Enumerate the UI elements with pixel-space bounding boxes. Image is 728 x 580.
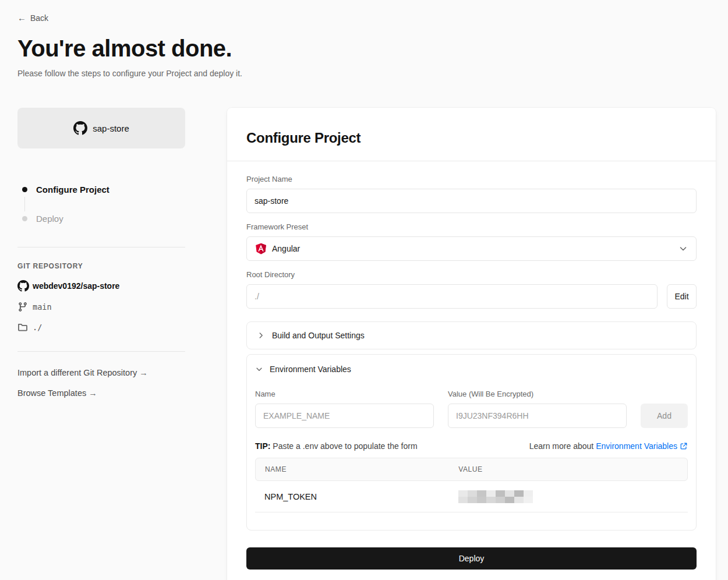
git-repo-row: webdev0192/sap-store [17,280,185,292]
github-icon [17,280,29,292]
project-name-input[interactable] [246,189,697,213]
import-different-repo-link[interactable]: Import a different Git Repository → [17,368,185,377]
selected-repo-name: sap-store [93,123,129,133]
git-repository-heading: GIT REPOSITORY [17,262,185,270]
tip-bold: TIP: [255,441,270,451]
redacted-value [458,490,688,503]
selected-repo-card[interactable]: sap-store [17,108,185,148]
chevron-right-icon [257,331,265,339]
onboarding-page: ← Back You're almost done. Please follow… [0,0,728,580]
link-label: Browse Templates [17,388,86,398]
build-output-settings-panel[interactable]: Build and Output Settings [246,321,697,349]
step-label: Deploy [36,214,63,224]
link-label: Import a different Git Repository [17,368,137,377]
page-title: You're almost done. [17,36,716,62]
back-button[interactable]: ← Back [17,13,48,23]
tip-rest: Paste a .env above to populate the form [270,441,417,451]
external-link-icon [680,442,688,450]
sidebar: sap-store Configure Project Deploy GIT R… [17,108,185,398]
card-title: Configure Project [246,130,697,146]
step-inactive-dot [22,216,27,221]
page-subtitle: Please follow the steps to configure you… [17,69,716,78]
step-deploy: Deploy [22,214,185,224]
link-text: Environment Variables [596,441,677,451]
root-directory-label: Root Directory [246,270,697,279]
back-arrow-icon: ← [17,13,26,23]
learn-more: Learn more about Environment Variables [529,441,688,451]
folder-icon [17,322,28,333]
git-repo-name: webdev0192/sap-store [33,281,119,291]
git-branch-icon [17,302,28,312]
chevron-down-icon [255,365,263,373]
progress-steps: Configure Project Deploy [17,185,185,224]
env-name-input[interactable] [255,404,434,428]
env-tip-text: TIP: Paste a .env above to populate the … [255,441,418,451]
sidebar-divider [17,351,185,352]
git-directory-row: ./ [17,322,185,333]
framework-preset-value: Angular [272,244,300,253]
card-divider [227,161,716,161]
browse-templates-link[interactable]: Browse Templates → [17,388,185,398]
deploy-button[interactable]: Deploy [246,547,697,570]
sidebar-divider [17,247,185,247]
root-directory-input[interactable] [246,284,658,309]
env-var-value-redacted [458,490,688,503]
step-active-dot [22,187,27,192]
environment-variables-docs-link[interactable]: Environment Variables [596,441,688,451]
env-table-header-row: NAME VALUE [255,458,688,481]
framework-preset-select[interactable]: Angular [246,236,697,261]
environment-variables-label: Environment Variables [270,365,351,374]
configure-project-card: Configure Project Project Name Framework… [227,108,716,580]
step-configure-project: Configure Project [22,185,185,194]
env-value-label: Value (Will Be Encrypted) [448,390,627,398]
back-label: Back [30,13,48,23]
arrow-right-icon: → [89,388,97,398]
project-name-label: Project Name [246,175,697,183]
env-name-label: Name [255,390,434,398]
env-table-header-name: NAME [256,465,458,473]
environment-variables-header[interactable]: Environment Variables [255,365,688,374]
env-var-name: NPM_TOKEN [255,492,458,501]
edit-root-directory-button[interactable]: Edit [667,284,697,309]
framework-preset-label: Framework Preset [246,222,697,231]
env-value-input[interactable] [448,404,627,428]
angular-logo-icon [255,243,267,254]
git-branch-row: main [17,302,185,312]
step-label: Configure Project [36,185,109,194]
git-directory-path: ./ [33,323,42,332]
environment-variables-panel: Environment Variables Name Value (Will B… [246,354,697,531]
add-env-var-button[interactable]: Add [641,404,688,428]
env-table-header-value: VALUE [458,465,687,473]
chevron-down-icon [678,244,688,253]
step-connector [24,197,25,211]
arrow-right-icon: → [139,368,148,377]
env-table-row: NPM_TOKEN [255,481,688,512]
env-vars-table: NAME VALUE NPM_TOKEN [255,458,688,512]
github-icon [73,121,87,135]
git-branch-name: main [33,302,52,312]
learn-more-prefix: Learn more about [529,441,594,451]
build-output-settings-label: Build and Output Settings [272,331,365,340]
